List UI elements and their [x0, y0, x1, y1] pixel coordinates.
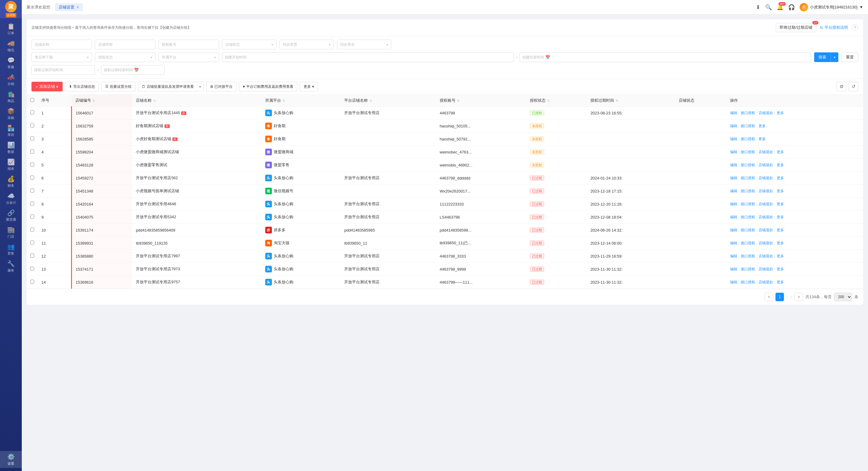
auth-status-select[interactable]: 授权状态 ▾	[95, 52, 155, 62]
header-auth-account[interactable]: 授权账号 ⇅	[436, 95, 526, 107]
row-checkbox[interactable]	[30, 137, 34, 141]
action-接口授权[interactable]: 接口授权	[741, 189, 755, 193]
action-店铺退款[interactable]: 店铺退款	[758, 241, 773, 245]
auth-expire-end-input[interactable]: 授权过期结束时间 📅	[101, 65, 164, 75]
sidebar-item-finance[interactable]: 💰 财务	[0, 173, 22, 190]
action-接口授权[interactable]: 接口授权	[741, 241, 755, 245]
auth-expire-start-input[interactable]: 授权过期开始时间	[31, 65, 95, 75]
action-接口授权[interactable]: 接口授权	[741, 124, 755, 128]
sidebar-item-report[interactable]: 📈 报表	[0, 156, 22, 173]
action-更多[interactable]: 更多	[777, 189, 784, 193]
action-编辑[interactable]: 编辑	[730, 228, 737, 232]
header-platform-name[interactable]: 平台店铺名称 ⇅	[341, 95, 436, 107]
action-接口授权[interactable]: 接口授权	[741, 137, 755, 141]
settings-gear-btn[interactable]: ⚙	[837, 82, 846, 91]
sidebar-item-service2[interactable]: 🔧 服务	[0, 258, 22, 275]
action-更多[interactable]: 更多	[777, 280, 784, 284]
action-更多[interactable]: 更多	[777, 111, 784, 115]
action-更多[interactable]: 更多	[777, 150, 784, 154]
action-编辑[interactable]: 编辑	[730, 267, 737, 271]
action-接口授权[interactable]: 接口授权	[741, 150, 755, 154]
sidebar-item-inventory[interactable]: 🏪 库存	[0, 122, 22, 139]
row-checkbox[interactable]	[30, 176, 34, 179]
connected-platform-btn[interactable]: ⊞ 已对接平台	[206, 82, 237, 91]
shop-name-input[interactable]	[31, 40, 92, 49]
notification-btn[interactable]: 🔔 99+	[777, 4, 783, 10]
action-店铺退款[interactable]: 店铺退款	[758, 176, 773, 180]
header-shop-name[interactable]: 店铺名称 ⇅	[132, 95, 261, 107]
action-更多[interactable]: 更多	[777, 267, 784, 271]
batch-refund-btn[interactable]: 🗒 店铺批量退款及发票申请查看	[138, 82, 198, 91]
action-编辑[interactable]: 编辑	[730, 189, 737, 193]
action-店铺退款[interactable]: 店铺退款	[758, 228, 773, 232]
download-btn[interactable]: ⬇	[756, 4, 760, 10]
action-编辑[interactable]: 编辑	[730, 280, 737, 284]
action-更多[interactable]: 更多	[777, 215, 784, 219]
header-shop-id[interactable]: 店铺编号 ⇅	[72, 95, 132, 107]
action-店铺退款[interactable]: 店铺退款	[758, 163, 773, 167]
user-area[interactable]: 虎 小虎测试专用[1848216130] ▼	[800, 3, 863, 11]
search-button[interactable]: 搜索	[814, 52, 831, 62]
action-店铺退款[interactable]: 店铺退款	[758, 111, 773, 115]
sidebar-item-purchase[interactable]: 📦 采购	[0, 105, 22, 122]
action-接口授权[interactable]: 接口授权	[741, 280, 755, 284]
action-编辑[interactable]: 编辑	[730, 124, 737, 128]
action-接口授权[interactable]: 接口授权	[741, 163, 755, 167]
batch-group-btn[interactable]: ☰ 批量设置分组	[101, 82, 135, 91]
shop-settings-tab[interactable]: 店铺设置 ✕	[55, 3, 83, 11]
headset-btn[interactable]: 🎧	[788, 4, 795, 10]
row-checkbox[interactable]	[30, 254, 34, 258]
action-更多[interactable]: 更多	[777, 202, 784, 206]
action-编辑[interactable]: 编辑	[730, 150, 737, 154]
header-platform[interactable]: 所属平台 ⇅	[261, 95, 341, 107]
row-checkbox[interactable]	[30, 150, 34, 153]
action-编辑[interactable]: 编辑	[730, 176, 737, 180]
sync-inventory-select[interactable]: 同步库存 ▾	[337, 40, 391, 49]
action-编辑[interactable]: 编辑	[730, 111, 737, 115]
help-btn[interactable]: ?	[852, 24, 858, 31]
tab-close-icon[interactable]: ✕	[76, 5, 79, 9]
platform-fee-btn[interactable]: ♥ 平台订购费用及返款费用查看	[239, 82, 297, 91]
row-checkbox[interactable]	[30, 215, 34, 218]
sync-delivery-select[interactable]: 同步发货 ▾	[279, 40, 334, 49]
sidebar-item-goods[interactable]: 🛍️ 商品	[0, 88, 22, 105]
after-sale-select[interactable]: 售后单下载 ▾	[31, 52, 92, 62]
select-all-checkbox[interactable]	[30, 98, 34, 102]
action-店铺退款[interactable]: 店铺退款	[758, 150, 773, 154]
action-店铺退款[interactable]: 店铺退款	[758, 202, 773, 206]
reset-button[interactable]: 重置	[841, 52, 858, 62]
sidebar-item-settings[interactable]: ⚙️ 设置	[0, 451, 22, 468]
row-checkbox[interactable]	[30, 163, 34, 167]
search-dropdown-btn[interactable]: ▾	[831, 52, 838, 62]
action-接口授权[interactable]: 接口授权	[741, 111, 755, 115]
next-page-btn[interactable]: >	[795, 293, 803, 301]
batch-refund-dropdown-btn[interactable]: ▾	[196, 82, 204, 91]
row-checkbox[interactable]	[30, 241, 34, 244]
shop-status-select[interactable]: 店铺状态 ▾	[222, 40, 276, 49]
action-更多[interactable]: 更多	[777, 163, 784, 167]
row-checkbox[interactable]	[30, 188, 34, 193]
action-编辑[interactable]: 编辑	[730, 215, 737, 219]
action-编辑[interactable]: 编辑	[730, 254, 737, 258]
row-checkbox[interactable]	[30, 123, 34, 127]
action-更多[interactable]: 更多	[758, 124, 766, 128]
sidebar-item-youke[interactable]: 👥 育客	[0, 241, 22, 258]
sidebar-item-logistics[interactable]: 🚚 物流	[0, 37, 22, 55]
row-checkbox[interactable]	[30, 267, 34, 271]
auth-desc-btn[interactable]: ↻ 平台授权说明	[820, 25, 848, 30]
action-接口授权[interactable]: 接口授权	[741, 202, 755, 206]
action-更多[interactable]: 更多	[777, 254, 784, 258]
action-店铺退款[interactable]: 店铺退款	[758, 280, 773, 284]
action-接口授权[interactable]: 接口授权	[741, 267, 755, 271]
action-店铺退款[interactable]: 店铺退款	[758, 254, 773, 258]
expire-shop-btn[interactable]: 即将过期/过期店铺 17	[776, 23, 816, 32]
action-接口授权[interactable]: 接口授权	[741, 228, 755, 232]
action-编辑[interactable]: 编辑	[730, 202, 737, 206]
export-info-btn[interactable]: ⬆ 导出店铺信息	[65, 82, 99, 91]
platform-select[interactable]: 所属平台 ▾	[158, 52, 219, 62]
action-更多[interactable]: 更多	[777, 241, 784, 245]
page-size-select[interactable]: 200 100 50	[834, 293, 852, 301]
header-auth-status[interactable]: 授权状态 ⇅	[526, 95, 587, 107]
action-店铺退款[interactable]: 店铺退款	[758, 215, 773, 219]
shop-short-name-input[interactable]	[95, 40, 155, 49]
